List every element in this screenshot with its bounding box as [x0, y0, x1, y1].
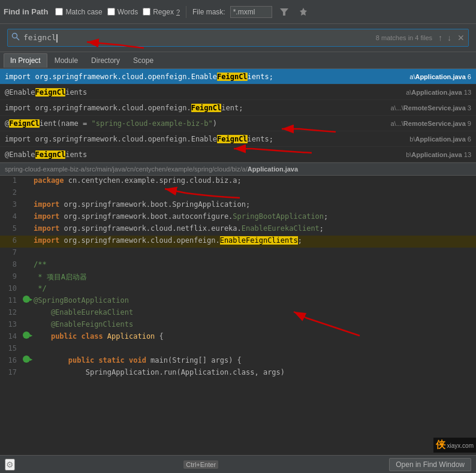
tab-directory[interactable]: Directory: [85, 54, 126, 67]
svg-line-2: [17, 38, 20, 41]
line-content: [34, 248, 476, 257]
file-mask-input[interactable]: [230, 6, 272, 18]
line-number: 4: [0, 212, 22, 221]
search-query-text: feigncl: [23, 33, 56, 42]
line-content: [34, 344, 476, 353]
result-code: @EnableFeignClients: [5, 88, 401, 97]
line-content: */: [34, 284, 476, 293]
line-gutter: ▶: [22, 332, 34, 339]
regex-checkbox-group[interactable]: Regex ?: [143, 8, 180, 16]
settings-icon-btn[interactable]: ⚙: [5, 459, 15, 471]
tab-scope[interactable]: Scope: [127, 54, 159, 67]
line-number: 15: [0, 344, 22, 353]
result-file: b\Application.java 6: [409, 135, 471, 143]
line-content: @EnableEurekaClient: [34, 308, 476, 317]
next-match-btn[interactable]: ↓: [445, 33, 454, 43]
result-code: import org.springframework.cloud.openfei…: [5, 135, 405, 143]
result-code: @FeignClient(name = "spring-cloud-exampl…: [5, 119, 385, 128]
line-content: [34, 188, 476, 197]
code-line: 1 package cn.centychen.example.spring.cl…: [0, 176, 476, 188]
line-number: 2: [0, 188, 22, 197]
code-line: 15: [0, 344, 476, 355]
words-checkbox[interactable]: [107, 8, 115, 16]
code-line: 4 import org.springframework.boot.autoco…: [0, 212, 476, 224]
search-input-area: feigncl: [23, 33, 372, 43]
line-number: 14: [0, 332, 22, 341]
line-number: 12: [0, 308, 22, 317]
line-number: 11: [0, 296, 22, 305]
file-path-filename: Application.java: [248, 165, 298, 173]
toolbar: Find in Path Match case Words Regex ? Fi…: [0, 0, 476, 24]
run-indicator: [23, 296, 30, 303]
line-content: import org.springframework.cloud.netflix…: [34, 224, 476, 233]
result-row[interactable]: import org.springframework.cloud.openfei…: [0, 131, 476, 147]
file-path-prefix: spring-cloud-example-biz-a/src/main/java…: [5, 165, 248, 173]
result-code: import org.springframework.cloud.openfei…: [5, 73, 405, 81]
line-content: * 项目A启动器: [34, 272, 476, 282]
line-number: 7: [0, 248, 22, 257]
shortcut-key: Ctrl+Enter: [183, 460, 218, 469]
result-row[interactable]: import org.springframework.cloud.openfei…: [0, 69, 476, 85]
svg-marker-0: [280, 8, 288, 16]
code-line: 10 */: [0, 284, 476, 296]
match-count: 8 matches in 4 files: [372, 34, 436, 41]
results-list: import org.springframework.cloud.openfei…: [0, 69, 476, 163]
pin-icon-btn[interactable]: [296, 6, 311, 18]
line-number: 6: [0, 236, 22, 245]
open-in-find-window-btn[interactable]: Open in Find Window: [389, 458, 471, 471]
result-file: b\Application.java 13: [406, 151, 471, 158]
code-line: 3 import org.springframework.boot.Spring…: [0, 200, 476, 212]
search-close-btn[interactable]: ✕: [454, 33, 468, 43]
result-row[interactable]: import org.springframework.cloud.openfei…: [0, 100, 476, 116]
svg-point-1: [13, 34, 17, 38]
match-case-label: Match case: [65, 8, 102, 16]
search-icon: [8, 32, 23, 43]
watermark-site: xiayx.com: [447, 442, 474, 449]
watermark: 侠 xiayx.com: [433, 438, 476, 453]
result-code: import org.springframework.cloud.openfei…: [5, 104, 385, 112]
code-line: 16 ▶ public static void main(String[] ar…: [0, 355, 476, 367]
tab-module[interactable]: Module: [49, 54, 84, 67]
line-content: @EnableFeignClients: [34, 320, 476, 329]
regex-checkbox[interactable]: [143, 8, 150, 16]
line-content: @SpringBootApplication: [34, 296, 476, 305]
result-file: a\...\RemoteService.java 3: [390, 104, 471, 112]
result-file: a\Application.java 6: [409, 73, 471, 80]
regex-help-icon[interactable]: ?: [176, 8, 180, 16]
watermark-logo: 侠: [436, 439, 445, 450]
line-content: import org.springframework.boot.autoconf…: [34, 212, 476, 221]
run-indicator: [23, 355, 30, 363]
run-indicator: [23, 332, 30, 339]
search-cursor: [56, 34, 58, 43]
line-content: SpringApplication.run(Application.class,…: [34, 367, 476, 376]
prev-match-btn[interactable]: ↑: [436, 33, 445, 43]
match-case-checkbox[interactable]: [55, 8, 63, 16]
status-bar: ⚙ Ctrl+Enter Open in Find Window: [0, 455, 476, 473]
code-panel[interactable]: 1 package cn.centychen.example.spring.cl…: [0, 176, 476, 379]
regex-label: Regex: [153, 8, 174, 16]
code-line: 11 ▶ @SpringBootApplication: [0, 296, 476, 308]
line-gutter: ▶: [22, 296, 34, 303]
tab-in-project[interactable]: In Project: [4, 53, 47, 68]
code-line: 12 @EnableEurekaClient: [0, 308, 476, 320]
words-checkbox-group[interactable]: Words: [107, 8, 138, 16]
filter-icon-btn[interactable]: [277, 6, 291, 18]
line-number: 16: [0, 355, 22, 364]
match-case-checkbox-group[interactable]: Match case: [55, 8, 102, 16]
result-row[interactable]: @EnableFeignClients b\Application.java 1…: [0, 147, 476, 162]
code-line: 17 SpringApplication.run(Application.cla…: [0, 367, 476, 379]
line-number: 1: [0, 176, 22, 185]
line-content: package cn.centychen.example.spring.clou…: [34, 176, 476, 185]
line-gutter: ▶: [22, 355, 34, 363]
result-row[interactable]: @EnableFeignClients a\Application.java 1…: [0, 85, 476, 100]
filter-icon: [279, 7, 289, 17]
line-content: public class Application {: [34, 332, 476, 341]
code-line: 7: [0, 248, 476, 260]
result-row[interactable]: @FeignClient(name = "spring-cloud-exampl…: [0, 116, 476, 131]
result-file: a\...\RemoteService.java 9: [390, 120, 471, 127]
code-line-highlighted: 6 import org.springframework.cloud.openf…: [0, 236, 476, 248]
scope-tabs: In Project Module Directory Scope: [0, 52, 476, 69]
run-arrow-icon: ▶: [30, 297, 33, 302]
result-code: @EnableFeignClients: [5, 150, 401, 159]
line-content: public static void main(String[] args) {: [34, 355, 476, 364]
